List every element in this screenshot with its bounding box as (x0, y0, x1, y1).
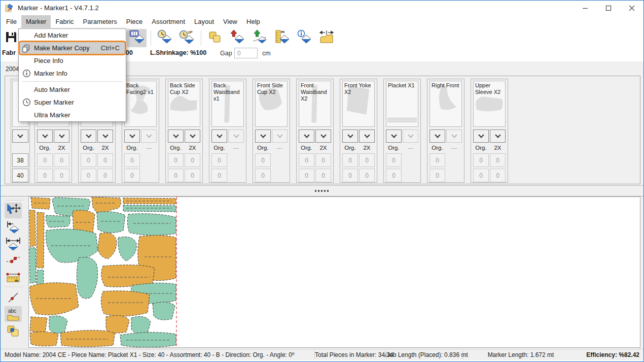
quantity-value[interactable]: 0 (386, 169, 402, 182)
quantity-value[interactable]: 0 (315, 153, 331, 167)
quantity-value[interactable]: 0 (54, 169, 69, 182)
quantity-value[interactable]: 0 (54, 153, 69, 167)
marker-piece[interactable] (153, 302, 175, 320)
quantity-value[interactable]: 0 (255, 169, 271, 182)
menu-item-ultra-marker[interactable]: Ultra Marker (19, 109, 126, 121)
quantity-value[interactable]: 0 (124, 169, 140, 182)
original-dropdown[interactable] (430, 129, 445, 143)
marker-piece[interactable] (101, 291, 150, 316)
menu-item-super-marker[interactable]: Super Marker (19, 96, 126, 109)
quantity-value[interactable]: 0 (342, 169, 358, 182)
original-dropdown[interactable] (168, 129, 184, 143)
quantity-value[interactable]: 0 (37, 153, 53, 167)
quantity-value[interactable]: 0 (359, 153, 375, 167)
menu-item-add-marker[interactable]: Add Marker (19, 29, 126, 42)
quantity-value[interactable]: 0 (430, 169, 445, 182)
piece-thumbnail[interactable]: Front Waistband X2 (299, 81, 331, 127)
quantity-value[interactable]: 0 (430, 153, 445, 167)
marker-piece[interactable] (97, 212, 125, 233)
quantity-value[interactable]: 0 (299, 169, 314, 182)
quantity-value[interactable]: 0 (81, 153, 96, 167)
original-dropdown[interactable] (473, 129, 489, 143)
piece-width-button[interactable] (317, 29, 336, 47)
marker-piece[interactable] (127, 214, 176, 236)
close-button[interactable] (620, 1, 643, 15)
marker-piece[interactable] (30, 317, 47, 333)
maximize-button[interactable] (597, 1, 620, 15)
send-up-red-button[interactable] (228, 29, 247, 47)
piece-thumbnail[interactable]: Back Waistband x1 (211, 81, 244, 127)
piece-thumbnail[interactable]: Front Yoke X2 (342, 81, 375, 127)
original-dropdown[interactable] (211, 129, 227, 143)
marker-piece[interactable] (49, 316, 67, 333)
marker-piece[interactable] (131, 316, 151, 334)
quantity-value[interactable]: 0 (211, 153, 227, 167)
marker-piece[interactable] (120, 332, 176, 347)
menu-item-parameters[interactable]: Parameters (79, 15, 122, 28)
piece-thumbnail[interactable]: Placket X1 (386, 81, 418, 127)
piece-thumbnail[interactable]: Back Side Cup X2 (168, 81, 200, 127)
mirror-dropdown[interactable] (490, 129, 506, 143)
move-points-tool[interactable] (5, 253, 22, 269)
label-tool[interactable]: abc (5, 306, 22, 322)
quantity-value[interactable]: 0 (168, 169, 184, 182)
quantity-value[interactable]: 0 (342, 153, 358, 167)
size-column-dropdown[interactable] (12, 129, 28, 143)
mirror-dropdown[interactable] (97, 129, 113, 143)
copy-pieces-button[interactable] (205, 29, 225, 47)
measure-marker-button[interactable]: m (272, 29, 292, 47)
marker-piece[interactable] (37, 212, 44, 268)
quantity-value[interactable]: 0 (473, 153, 489, 167)
quantity-value[interactable]: 0 (97, 153, 113, 167)
quantity-value[interactable]: 0 (185, 169, 200, 182)
menu-item-view[interactable]: View (219, 15, 242, 28)
quantity-value[interactable]: 0 (81, 169, 96, 182)
original-dropdown[interactable] (342, 129, 358, 143)
duplicate-piece-tool[interactable] (5, 323, 22, 339)
save-button[interactable] (3, 29, 20, 47)
menu-item-make-marker-copy[interactable]: Make Marker CopyCtrl+C (19, 42, 126, 54)
menu-item-marker-info[interactable]: Marker Info (19, 67, 126, 80)
nudge-horizontal-tool[interactable] (5, 236, 22, 252)
time-marker-button[interactable] (155, 29, 174, 47)
quantity-value[interactable]: 0 (168, 153, 184, 167)
quantity-value[interactable]: 0 (490, 169, 506, 182)
marker-piece[interactable] (118, 237, 136, 261)
menu-item-layout[interactable]: Layout (190, 15, 219, 28)
marker-piece[interactable] (77, 257, 97, 299)
menu-item-fabric[interactable]: Fabric (51, 15, 78, 28)
mirror-dropdown[interactable] (315, 129, 331, 143)
marker-piece[interactable] (30, 332, 58, 346)
piece-thumbnail[interactable]: Back Facing2 x1 (124, 81, 157, 127)
marker-columns-button[interactable] (127, 29, 147, 47)
size-40[interactable]: 40 (12, 169, 28, 182)
quantity-value[interactable]: 0 (211, 169, 227, 182)
marker-piece[interactable] (60, 330, 115, 347)
gap-input[interactable] (234, 48, 258, 58)
point-line-tool[interactable] (5, 289, 22, 305)
minimize-button[interactable] (574, 1, 597, 15)
quantity-value[interactable]: 0 (386, 153, 402, 167)
piece-thumbnail[interactable]: Upper Sleeve X2 (473, 81, 506, 127)
menu-item-marker[interactable]: Marker (21, 15, 51, 28)
original-dropdown[interactable] (386, 129, 402, 143)
piece-thumbnail[interactable]: Front Side Cup X2 (255, 81, 288, 127)
marker-info-button[interactable] (295, 29, 314, 47)
mirror-dropdown[interactable] (54, 129, 69, 143)
quantity-value[interactable]: 0 (124, 153, 140, 167)
mirror-dropdown[interactable] (185, 129, 200, 143)
original-dropdown[interactable] (81, 129, 96, 143)
mirror-dropdown[interactable] (359, 129, 375, 143)
menu-item-auto-marker[interactable]: Auto Marker (19, 83, 126, 96)
menu-item-assortment[interactable]: Assortment (147, 15, 190, 28)
quantity-value[interactable]: 0 (315, 169, 331, 182)
panel-splitter[interactable] (1, 185, 643, 196)
quantity-value[interactable]: 0 (97, 169, 113, 182)
quantity-value[interactable]: 0 (473, 169, 489, 182)
menu-item-file[interactable]: File (2, 15, 21, 28)
marker-piece[interactable] (98, 233, 117, 259)
measure-tool[interactable]: m (5, 270, 22, 285)
size-38[interactable]: 38 (12, 153, 28, 167)
nudge-left-tool[interactable] (5, 219, 22, 235)
marker-piece[interactable] (29, 248, 36, 283)
